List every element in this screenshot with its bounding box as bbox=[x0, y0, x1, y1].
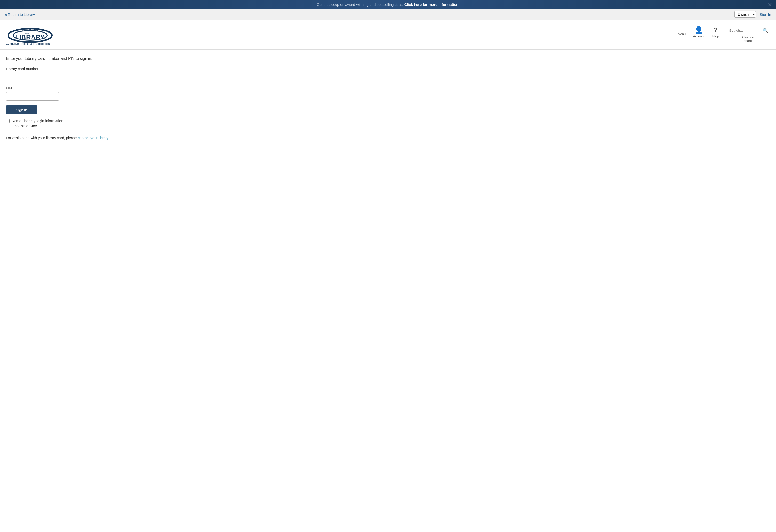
banner-link[interactable]: Click here for more information. bbox=[404, 2, 460, 7]
search-row: 🔍 bbox=[727, 27, 770, 34]
language-select[interactable]: English French Spanish bbox=[734, 11, 756, 18]
contact-library-link[interactable]: contact your library. bbox=[78, 136, 109, 140]
card-number-label: Library card number bbox=[6, 67, 164, 71]
nav-icons: Menu 👤 Account ? Help 🔍 AdvancedSearch bbox=[675, 27, 770, 43]
topbar-right: English French Spanish Sign In bbox=[734, 11, 771, 18]
main-content: Enter your Library card number and PIN t… bbox=[0, 50, 170, 147]
account-icon: 👤 bbox=[695, 27, 703, 33]
account-nav-item[interactable]: 👤 Account bbox=[693, 27, 705, 38]
pin-label: PIN bbox=[6, 86, 164, 90]
logo-subtitle: OverDrive eBooks & eAudiobooks bbox=[6, 42, 54, 45]
help-icon: ? bbox=[714, 27, 718, 33]
search-area: 🔍 AdvancedSearch bbox=[727, 27, 770, 43]
signin-top-link[interactable]: Sign In bbox=[760, 12, 771, 16]
menu-label: Menu bbox=[678, 32, 686, 36]
banner-text: Get the scoop on award winning and bests… bbox=[317, 2, 404, 7]
intro-text: Enter your Library card number and PIN t… bbox=[6, 56, 164, 61]
logo-area: TORONTO PUBLIC LIBRARY OverDrive eBooks … bbox=[6, 24, 54, 45]
menu-icon bbox=[678, 27, 685, 31]
pin-group: PIN bbox=[6, 86, 164, 100]
logo-svg: TORONTO PUBLIC LIBRARY bbox=[6, 24, 54, 43]
remember-row: Remember my login information on this de… bbox=[6, 118, 164, 128]
card-number-input[interactable] bbox=[6, 73, 59, 81]
svg-text:TORONTO: TORONTO bbox=[22, 29, 38, 31]
header: TORONTO PUBLIC LIBRARY OverDrive eBooks … bbox=[0, 20, 776, 50]
close-button[interactable]: ✕ bbox=[768, 2, 772, 7]
svg-text:LIBRARY: LIBRARY bbox=[15, 33, 45, 41]
remember-checkbox[interactable] bbox=[6, 119, 10, 123]
remember-label: Remember my login information on this de… bbox=[12, 118, 63, 128]
pin-input[interactable] bbox=[6, 92, 59, 100]
assist-text: For assistance with your library card, p… bbox=[6, 136, 164, 140]
help-nav-item[interactable]: ? Help bbox=[710, 27, 722, 38]
announcement-banner: Get the scoop on award winning and bests… bbox=[0, 0, 776, 9]
search-button[interactable]: 🔍 bbox=[761, 27, 770, 34]
menu-nav-item[interactable]: Menu bbox=[675, 27, 688, 36]
advanced-search-label[interactable]: AdvancedSearch bbox=[741, 35, 755, 43]
account-label: Account bbox=[693, 34, 705, 38]
signin-button[interactable]: Sign In bbox=[6, 105, 37, 114]
search-input[interactable] bbox=[727, 27, 761, 34]
topbar: « Return to Library English French Spani… bbox=[0, 9, 776, 20]
return-to-library-link[interactable]: « Return to Library bbox=[5, 12, 35, 16]
help-label: Help bbox=[713, 34, 719, 38]
assist-static: For assistance with your library card, p… bbox=[6, 136, 78, 140]
card-number-group: Library card number bbox=[6, 67, 164, 81]
